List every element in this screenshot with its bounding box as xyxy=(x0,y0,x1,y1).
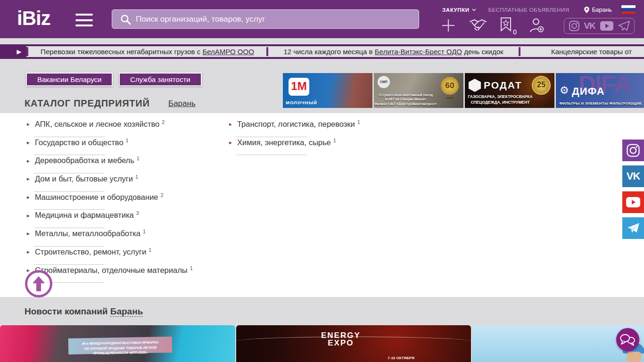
news-section-title: Новости компаний Барань xyxy=(25,306,143,317)
site-logo[interactable]: iBiz xyxy=(17,7,50,30)
category-count: 1 xyxy=(357,119,360,125)
banner-60-years-badge: 60лет xyxy=(441,77,459,95)
category-chemistry[interactable]: ►Химия, энергетика, сырье1 xyxy=(228,138,417,156)
scroll-to-top-button[interactable] xyxy=(25,270,52,297)
search-bar[interactable] xyxy=(112,9,419,29)
youtube-icon[interactable] xyxy=(600,21,614,31)
ticker-item: Перевозки тяжеловесных негабаритных груз… xyxy=(28,48,266,56)
ticker-link-belita[interactable]: Белита-Витэкс-Брест ОДО xyxy=(375,48,462,56)
header-top-nav: ЗАКУПКИ БЕСПЛАТНЫЕ ОБЪЯВЛЕНИЯ Барань xyxy=(442,6,640,14)
news-photo-exhibition[interactable]: 49-я МЕЖДУНАРОДНАЯ ВЫСТАВКА-ЯРМАРКА ПО О… xyxy=(0,325,235,362)
instagram-button[interactable] xyxy=(622,140,644,161)
hamburger-menu-icon[interactable] xyxy=(75,14,93,26)
catalog-header-zone: Вакансии Беларуси Служба занятости КАТАЛ… xyxy=(0,59,644,113)
arrow-up-icon xyxy=(32,275,46,292)
category-apk[interactable]: ►АПК, сельское и лесное хозяйство2 xyxy=(26,119,215,138)
category-count: 1 xyxy=(333,138,336,143)
ticker-play-button[interactable]: ▶ xyxy=(12,44,26,59)
ad-banner-difa[interactable]: DIFA ⚙ ДИФА ФИЛЬТРЫ И ЭЛЕМЕНТЫ ФИЛЬТРУЮЩ… xyxy=(556,73,644,108)
bookmark-star-icon xyxy=(500,17,512,32)
telegram-icon[interactable] xyxy=(618,20,630,32)
search-icon xyxy=(120,14,132,27)
chat-widget-button[interactable] xyxy=(616,328,639,351)
category-count: 1 xyxy=(143,229,146,234)
category-transport[interactable]: ►Транспорт, логистика, перевозки1 xyxy=(228,119,417,138)
category-building-materials[interactable]: ►Стройматериалы, отделочные материалы1 xyxy=(26,265,215,284)
telegram-icon xyxy=(627,222,640,234)
exhibition-banner-text: 49-я МЕЖДУНАРОДНАЯ ВЫСТАВКА-ЯРМАРКА ПО О… xyxy=(68,337,173,354)
instagram-icon[interactable] xyxy=(569,20,580,32)
chevron-down-icon xyxy=(472,8,476,11)
gear-icon: ⚙ xyxy=(560,84,569,97)
ticker-item: Канцелярские товары от xyxy=(520,48,644,56)
banner-1m-logo: 1М xyxy=(289,78,309,96)
banner-rodat-logo xyxy=(469,79,481,92)
header-social-links: VK xyxy=(564,18,635,34)
ad-banner-rodat[interactable]: РОДАТ 25 ГАЗОСВАРКА, ЭЛЕКТРОСВАРКАСПЕЦОД… xyxy=(465,73,554,108)
catalog-panel: ►АПК, сельское и лесное хозяйство2 ►Госу… xyxy=(0,113,644,297)
add-company-button[interactable] xyxy=(441,18,456,35)
header-action-icons: 0 xyxy=(441,17,559,36)
catalog-city-link[interactable]: Барань xyxy=(168,99,196,108)
ticker-strip: Перевозки тяжеловесных негабаритных груз… xyxy=(26,46,644,57)
catalog-column-left: ►АПК, сельское и лесное хозяйство2 ►Госу… xyxy=(26,119,215,283)
banner-smp-logo: СМП xyxy=(378,76,390,88)
register-user-button[interactable] xyxy=(529,17,545,35)
category-woodworking[interactable]: ►Деревообработка и мебель1 xyxy=(26,156,215,174)
banner-25-years-badge: 25 xyxy=(532,76,551,95)
category-count: 1 xyxy=(137,156,140,161)
ad-banner-molochny[interactable]: 1М МОЛОЧНЫЙ xyxy=(283,73,372,108)
news-photo-energy-expo[interactable]: ENERGYEXPO 7-10 ОКТЯБРЯ xyxy=(236,325,471,362)
partners-button[interactable] xyxy=(468,18,488,35)
procurement-menu[interactable]: ЗАКУПКИ xyxy=(442,7,476,13)
favorites-count-badge: 0 xyxy=(513,28,517,36)
telegram-button[interactable] xyxy=(622,217,644,239)
chat-bubbles-icon xyxy=(619,333,636,347)
catalog-title: КАТАЛОГ ПРЕДПРИЯТИЙ xyxy=(25,98,150,109)
user-add-icon xyxy=(529,17,545,33)
ad-banner-smp367[interactable]: СМП 60лет «Строительно-монтажный поезд №… xyxy=(374,73,463,108)
news-city-link[interactable]: Барань xyxy=(110,306,143,317)
triangle-bullet-icon: ► xyxy=(26,158,31,164)
ticker-link-belamro[interactable]: БелАМРО ООО xyxy=(202,48,254,56)
triangle-bullet-icon: ► xyxy=(26,122,31,127)
category-metals[interactable]: ►Металлы, металлообработка1 xyxy=(26,229,215,247)
category-count: 1 xyxy=(190,265,193,271)
triangle-bullet-icon: ► xyxy=(26,195,31,200)
vk-icon: VK xyxy=(627,170,640,182)
vk-icon[interactable]: VK xyxy=(584,21,595,31)
triangle-bullet-icon: ► xyxy=(228,140,233,145)
triangle-bullet-icon: ► xyxy=(26,140,31,145)
youtube-button[interactable] xyxy=(622,191,644,213)
ticker-item: 12 числа каждого месяца в Белита-Витэкс-… xyxy=(268,48,519,56)
category-count: 2 xyxy=(161,192,164,198)
ad-banner-row: 1М МОЛОЧНЫЙ СМП 60лет «Строительно-монта… xyxy=(283,73,644,108)
face-shape xyxy=(627,352,642,362)
category-government[interactable]: ►Государство и общество1 xyxy=(26,138,215,156)
news-ticker: ▶ Перевозки тяжеловесных негабаритных гр… xyxy=(0,44,644,59)
category-count: 1 xyxy=(126,138,129,143)
category-count: 1 xyxy=(135,174,138,180)
favorites-button[interactable]: 0 xyxy=(500,17,517,36)
triangle-bullet-icon: ► xyxy=(26,213,31,218)
instagram-icon xyxy=(626,143,640,157)
category-medicine[interactable]: ►Медицина и фармацевтика3 xyxy=(26,210,215,229)
triangle-bullet-icon: ► xyxy=(228,122,233,127)
vk-button[interactable]: VK xyxy=(622,165,644,187)
location-pin-icon xyxy=(584,7,589,13)
news-photo-strip: 49-я МЕЖДУНАРОДНАЯ ВЫСТАВКА-ЯРМАРКА ПО О… xyxy=(0,325,644,362)
handshake-icon xyxy=(468,18,488,33)
employment-service-button[interactable]: Служба занятости xyxy=(119,73,202,86)
plus-icon xyxy=(441,18,456,33)
triangle-bullet-icon: ► xyxy=(26,249,31,255)
category-construction[interactable]: ►Строительство, ремонт, услуги1 xyxy=(26,247,215,265)
vacancies-button[interactable]: Вакансии Беларуси xyxy=(26,73,113,86)
language-flag-russia[interactable] xyxy=(621,5,636,14)
free-ads-link[interactable]: БЕСПЛАТНЫЕ ОБЪЯВЛЕНИЯ xyxy=(488,7,570,13)
triangle-bullet-icon: ► xyxy=(26,176,31,181)
search-input[interactable] xyxy=(136,10,414,28)
category-machinery[interactable]: ►Машиностроение и оборудование2 xyxy=(26,192,215,211)
category-household[interactable]: ►Дом и быт, бытовые услуги1 xyxy=(26,174,215,192)
site-header: iBiz ЗАКУПКИ БЕСПЛАТНЫЕ ОБЪЯВЛЕНИЯ Баран… xyxy=(0,0,644,38)
city-selector[interactable]: Барань xyxy=(584,7,611,13)
